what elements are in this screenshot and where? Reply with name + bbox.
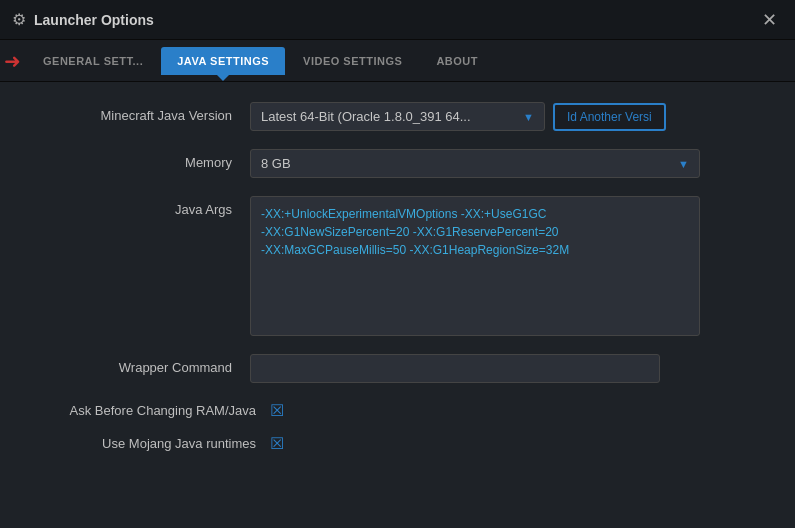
java-args-label: Java Args <box>30 196 250 217</box>
java-version-dropdown[interactable]: Latest 64-Bit (Oracle 1.8.0_391 64... ▼ <box>250 102 545 131</box>
use-mojang-row: Use Mojang Java runtimes ☒ <box>30 434 765 453</box>
memory-dropdown-arrow-icon: ▼ <box>678 158 689 170</box>
java-args-textarea[interactable] <box>250 196 700 336</box>
add-version-button[interactable]: Id Another Versi <box>553 103 666 131</box>
java-version-row: Minecraft Java Version Latest 64-Bit (Or… <box>30 102 765 131</box>
dropdown-arrow-icon: ▼ <box>523 111 534 123</box>
java-version-controls: Latest 64-Bit (Oracle 1.8.0_391 64... ▼ … <box>250 102 765 131</box>
memory-row: Memory 8 GB ▼ <box>30 149 765 178</box>
ask-before-label: Ask Before Changing RAM/Java <box>30 403 270 418</box>
tab-general[interactable]: GENERAL SETT... <box>27 47 159 75</box>
ask-before-row: Ask Before Changing RAM/Java ☒ <box>30 401 765 420</box>
wrapper-command-row: Wrapper Command <box>30 354 765 383</box>
tab-java-settings[interactable]: JAVA SETTINGS <box>161 47 285 75</box>
java-args-row: Java Args <box>30 196 765 336</box>
content-area: Minecraft Java Version Latest 64-Bit (Or… <box>0 82 795 487</box>
ask-before-checkbox[interactable]: ☒ <box>270 401 284 420</box>
wrapper-command-input[interactable] <box>250 354 660 383</box>
arrow-indicator: ➜ <box>4 49 21 73</box>
close-button[interactable]: ✕ <box>756 9 783 31</box>
tab-bar: ➜ GENERAL SETT... JAVA SETTINGS VIDEO SE… <box>0 40 795 82</box>
window-title: Launcher Options <box>34 12 154 28</box>
use-mojang-label: Use Mojang Java runtimes <box>30 436 270 451</box>
wrapper-command-label: Wrapper Command <box>30 354 250 375</box>
title-bar: ⚙ Launcher Options ✕ <box>0 0 795 40</box>
tab-video-settings[interactable]: VIDEO SETTINGS <box>287 47 418 75</box>
tab-about[interactable]: ABOUT <box>420 47 494 75</box>
java-version-label: Minecraft Java Version <box>30 102 250 123</box>
memory-label: Memory <box>30 149 250 170</box>
java-version-value: Latest 64-Bit (Oracle 1.8.0_391 64... <box>261 109 471 124</box>
memory-dropdown[interactable]: 8 GB ▼ <box>250 149 700 178</box>
gear-icon: ⚙ <box>12 10 26 29</box>
memory-value: 8 GB <box>261 156 291 171</box>
use-mojang-checkbox[interactable]: ☒ <box>270 434 284 453</box>
title-bar-left: ⚙ Launcher Options <box>12 10 154 29</box>
